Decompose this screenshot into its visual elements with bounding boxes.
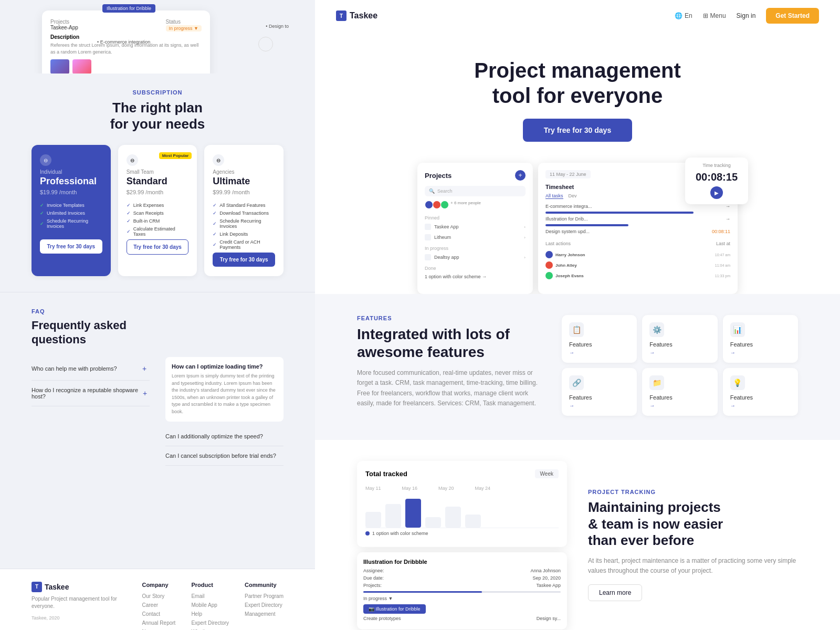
faq-plus-1[interactable]: + [139,363,150,374]
plan-standard-type: Small Team [127,169,189,175]
action-avatar-2 [545,261,553,269]
page-wrapper: Illustration for Dribble Projects Taskee… [0,0,840,630]
faq-plus-2[interactable]: + [140,388,150,398]
footer-row: T Taskee Popular Project management tool… [32,582,284,630]
pt-layout: Total tracked Week May 11 May 16 May 20 … [357,461,798,629]
features-layout: FEATURES Integrated with lots of awesome… [357,315,798,419]
action-row-3: Joseph Evans 11:33 pm [545,270,730,281]
faq-answer-text: Lorem Ipsum is simply dummy text of the … [172,373,277,415]
design-label: • Design to [266,24,289,29]
most-popular-badge: Most Popular [159,152,192,159]
plan-standard-price: $29.99 /month [127,189,189,195]
tab-dev[interactable]: Dev [569,193,577,199]
plan-individual-icon: ⊖ [40,154,51,166]
feat-icon-3: 📊 [730,322,745,337]
footer-brand: T Taskee Popular Project management tool… [32,582,126,630]
footer-link-contact[interactable]: Contact [142,611,175,617]
footer-brand-desc: Popular Project management tool for ever… [32,595,126,610]
dp-project-dealtsy[interactable]: Dealtsy app › [425,252,526,262]
nav-brand: T Taskee [336,10,377,21]
features-desc: More focused communication, real-time up… [357,368,546,408]
play-button[interactable]: ▶ [710,186,723,199]
plan-individual-features: ✓ Invoice Templates ✓ Unlimited Invoices… [40,203,102,229]
footer-community-col: Community Partner Program Expert Directo… [245,582,284,630]
action-row-2: John Atley 11:04 am [545,260,730,270]
get-started-button[interactable]: Get Started [766,8,819,24]
feat-icon-6: 💡 [730,375,745,390]
footer-link-email[interactable]: Email [191,593,229,599]
illus-blue-button[interactable]: 📷 Illustration for Dribble [363,604,426,614]
right-panel: T Taskee 🌐 En ⊞ Menu Sign in Get Started… [315,0,840,630]
footer-link-management[interactable]: Management [245,611,284,617]
plan-ultimate-cta[interactable]: Try free for 30 days [213,253,275,267]
features-text: FEATURES Integrated with lots of awesome… [357,315,546,419]
plan-individual-cta[interactable]: Try free for 30 days [40,239,102,254]
faq-item-1[interactable]: Who can help me with problems? + [32,357,150,381]
time-display: 00:08:15 [690,171,743,183]
learn-more-button[interactable]: Learn more [588,584,642,601]
plan-standard: Most Popular ⊖ Small Team Standard $29.9… [118,145,197,276]
footer-link-career[interactable]: Career [142,602,175,608]
nav-menu[interactable]: ⊞ Menu [703,12,726,19]
tab-all-tasks[interactable]: All tasks [545,193,563,199]
faq-row: Who can help me with problems? + How do … [32,357,284,466]
time-tracker-label: Time tracking [690,163,743,168]
footer-section: T Taskee Popular Project management tool… [0,569,315,630]
footer-link-expert[interactable]: Expert Directory [191,620,229,626]
footer-product-col: Product Email Mobile App Help Expert Dir… [191,582,229,630]
hero-title: Project management tool for everyone [357,58,798,108]
features-label: FEATURES [357,315,546,321]
footer-link-mobile[interactable]: Mobile App [191,602,229,608]
faq-title: Frequently asked questions [32,319,284,346]
ecommerce-label: • E-commerce integration [97,39,150,45]
plan-ultimate: ⊖ Agencies Ultimate $99.99 /month ✓ All … [204,145,284,276]
date-range: May 11 May 16 May 20 May 24 [365,486,559,491]
features-grid: 📋 Features → ⚙️ Features → 📊 Features [562,315,798,416]
action-avatar-3 [545,272,553,279]
feat-card-6: 💡 Features → [723,368,798,416]
faq-answer-title: How can I optimize loading time? [172,363,277,370]
plan-standard-cta[interactable]: Try free for 30 days [127,239,189,255]
faq-item-2[interactable]: How do I recognize a reputable shopware … [32,381,150,406]
project-search[interactable]: 🔍 Search [425,186,526,196]
ecommerce-icon [258,37,273,51]
week-selector[interactable]: Week [535,469,559,478]
plan-individual-type: Individual [40,169,102,175]
hero-cta-button[interactable]: Try free for 30 days [523,119,632,142]
feat-icon-2: ⚙️ [649,322,664,337]
footer-link-annual[interactable]: Annual Report [142,620,175,626]
features-title: Integrated with lots of awesome features [357,326,546,361]
project-tracking-section: Total tracked Week May 11 May 16 May 20 … [315,440,840,630]
footer-link-our-story[interactable]: Our Story [142,593,175,599]
footer-link-partner[interactable]: Partner Program [245,593,284,599]
avatar-3 [440,201,449,209]
avatar-2 [433,201,441,209]
illus-card-title: Illustration for Dribbble [363,559,561,565]
dp-project-taskee[interactable]: Taskee App › [425,222,526,232]
tracked-card: Total tracked Week May 11 May 16 May 20 … [357,461,567,547]
subscription-section: SUBSCRIPTION The right plan for your nee… [0,74,315,292]
nav-lang[interactable]: 🌐 En [675,12,692,19]
tracked-item-1: 1 option with color scheme [365,528,559,539]
pt-desc: At its heart, project maintenance is a m… [588,556,798,576]
add-project-button[interactable]: + [515,170,526,181]
grid-icon: ⊞ [703,12,708,19]
dp-project-litheum[interactable]: Litheum › [425,232,526,243]
plan-ultimate-icon: ⊖ [213,154,224,166]
illustration-card: Illustration for Dribbble Assignee: Anna… [357,552,567,629]
feat-card-1: 📋 Features → [562,315,637,363]
footer-link-help[interactable]: Help [191,611,229,617]
faq-label: FAQ [32,308,284,314]
faq-item-4[interactable]: Can I cancel subscription before trial e… [165,446,284,466]
progress-bar [363,591,561,593]
avatar-1 [425,201,433,209]
feat-icon-4: 🔗 [569,375,584,390]
dashboard-projects-panel: Projects + 🔍 Search + 6 more people Pinn… [417,163,533,294]
footer-brand-name: T Taskee [32,582,126,592]
pt-text-area: PROJECT TRACKING Maintaining projects & … [588,489,798,601]
nav-signin[interactable]: Sign in [737,12,756,19]
tracked-bars [365,496,559,528]
faq-item-3[interactable]: Can I additionally optimize the speed? [165,427,284,446]
plan-standard-icon: ⊖ [127,154,138,166]
footer-link-expert-dir[interactable]: Expert Directory [245,602,284,608]
